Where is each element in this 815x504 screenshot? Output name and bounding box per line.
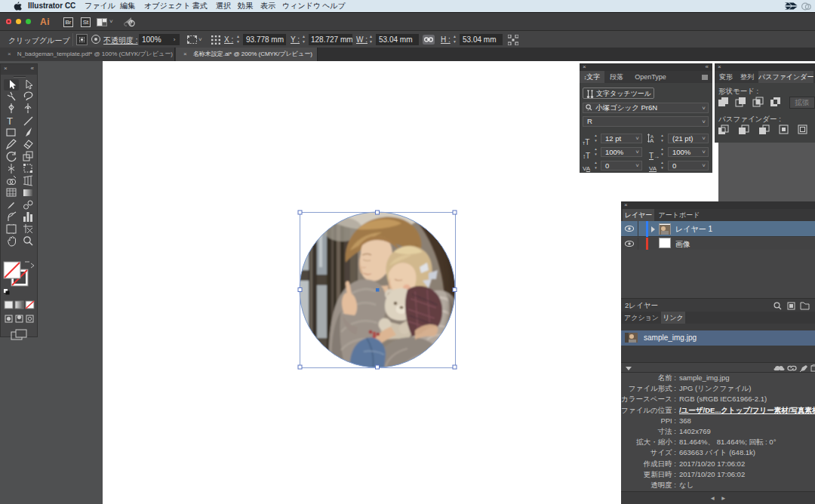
- svg-text:T: T: [7, 115, 13, 127]
- svg-text:A: A: [650, 137, 654, 143]
